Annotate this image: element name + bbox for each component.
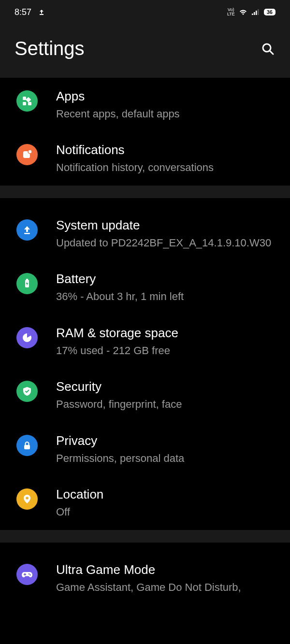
lock-icon [16, 435, 38, 456]
shield-icon [16, 381, 38, 402]
svg-point-11 [28, 150, 32, 154]
svg-rect-2 [256, 11, 257, 15]
item-subtitle: 17% used - 212 GB free [56, 343, 276, 358]
item-subtitle: Password, fingerprint, face [56, 397, 276, 412]
item-title: Apps [56, 88, 276, 105]
svg-rect-9 [26, 97, 31, 102]
status-time: 8:57 [14, 7, 31, 17]
settings-item-location[interactable]: Location Off [0, 476, 290, 530]
svg-point-20 [29, 573, 30, 575]
item-title: Battery [56, 271, 276, 287]
svg-rect-8 [28, 102, 31, 105]
battery-indicator: 36 [264, 9, 276, 15]
settings-item-ram-storage[interactable]: RAM & storage space 17% used - 212 GB fr… [0, 315, 290, 368]
settings-group: Apps Recent apps, default apps Notificat… [0, 78, 290, 186]
settings-item-apps[interactable]: Apps Recent apps, default apps [0, 78, 290, 131]
item-subtitle: 36% - About 3 hr, 1 min left [56, 289, 276, 304]
svg-rect-3 [258, 9, 259, 15]
item-subtitle: Game Assistant, Game Do Not Disturb, [56, 580, 276, 595]
notifications-icon [16, 144, 38, 165]
svg-rect-16 [24, 445, 30, 449]
update-icon [16, 219, 38, 241]
header: Settings [0, 24, 290, 78]
settings-group: System update Updated to PD2242BF_EX_A_1… [0, 198, 290, 530]
svg-point-17 [26, 497, 29, 500]
section-divider [0, 530, 290, 543]
settings-item-battery[interactable]: Battery 36% - About 3 hr, 1 min left [0, 260, 290, 314]
settings-item-privacy[interactable]: Privacy Permissions, personal data [0, 422, 290, 476]
svg-rect-12 [24, 233, 30, 234]
status-bar: 8:57 Vo)LTE 36 [0, 0, 290, 24]
game-icon [16, 564, 38, 585]
search-button[interactable] [260, 41, 276, 57]
settings-item-ultra-game-mode[interactable]: Ultra Game Mode Game Assistant, Game Do … [0, 551, 290, 605]
item-subtitle: Permissions, personal data [56, 451, 276, 466]
item-title: Notifications [56, 142, 276, 158]
upload-icon [38, 9, 45, 15]
item-subtitle: Off [56, 505, 276, 519]
item-title: Privacy [56, 433, 276, 449]
settings-item-system-update[interactable]: System update Updated to PD2242BF_EX_A_1… [0, 207, 290, 260]
svg-point-21 [29, 574, 31, 576]
wifi-icon [239, 9, 247, 15]
location-icon [16, 488, 38, 510]
settings-item-notifications[interactable]: Notifications Notification history, conv… [0, 131, 290, 185]
item-subtitle: Notification history, conversations [56, 160, 276, 175]
item-title: Security [56, 379, 276, 395]
svg-rect-6 [23, 97, 26, 100]
settings-group: Ultra Game Mode Game Assistant, Game Do … [0, 543, 290, 605]
storage-icon [16, 327, 38, 348]
settings-item-security[interactable]: Security Password, fingerprint, face [0, 368, 290, 422]
section-divider [0, 186, 290, 198]
svg-rect-1 [254, 12, 255, 15]
item-title: Ultra Game Mode [56, 562, 276, 578]
volte-icon: Vo)LTE [227, 8, 235, 16]
svg-rect-0 [252, 14, 253, 15]
battery-icon [16, 273, 38, 294]
item-title: Location [56, 487, 276, 503]
signal-icon [251, 9, 260, 15]
svg-rect-19 [25, 573, 26, 575]
page-title: Settings [14, 38, 85, 59]
item-subtitle: Recent apps, default apps [56, 107, 276, 121]
item-title: System update [56, 217, 276, 234]
svg-rect-14 [26, 279, 28, 280]
item-title: RAM & storage space [56, 325, 276, 342]
svg-line-5 [270, 51, 274, 54]
apps-icon [16, 90, 38, 112]
search-icon [261, 42, 275, 56]
svg-rect-7 [23, 102, 26, 105]
item-subtitle: Updated to PD2242BF_EX_A_14.1.9.10.W30 [56, 236, 276, 250]
